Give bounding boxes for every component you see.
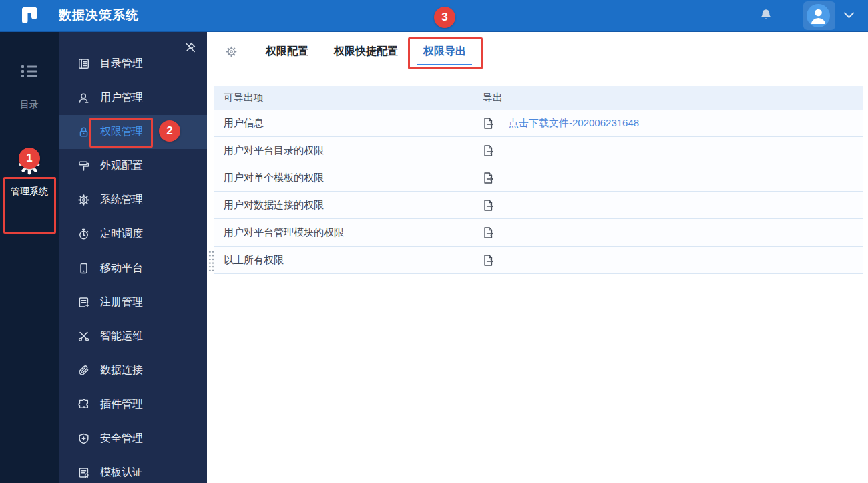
sidebar-item-mobile-platform[interactable]: 移动平台 <box>59 251 207 285</box>
table-row: 用户对数据连接的权限 <box>214 192 863 219</box>
directory-list-icon <box>20 64 39 79</box>
ops-network-icon <box>77 330 90 343</box>
column-header-export: 导出 <box>477 92 503 104</box>
table-row: 用户对平台目录的权限 <box>214 137 863 164</box>
table-row: 以上所有权限 <box>214 247 863 274</box>
tab-label: 权限配置 <box>266 45 308 59</box>
tab-settings-gear-icon[interactable] <box>225 45 238 58</box>
mobile-icon <box>77 262 90 275</box>
tab-permission-export[interactable]: 权限导出 3 <box>415 32 474 71</box>
row-item-label: 用户对数据连接的权限 <box>214 199 477 212</box>
paperclip-icon <box>77 364 90 377</box>
tab-label: 权限导出 <box>423 45 466 59</box>
column-header-exportable-item: 可导出项 <box>214 92 477 104</box>
sidebar-item-label: 目录 <box>20 99 39 111</box>
sidebar-item-data-connection[interactable]: 数据连接 <box>59 353 207 387</box>
sidebar-item-system-management[interactable]: 系统管理 <box>59 183 207 217</box>
notification-bell-icon[interactable] <box>759 8 773 23</box>
sidebar-item-label: 定时调度 <box>100 227 143 241</box>
primary-sidebar: 目录 管理系统 1 <box>0 32 59 483</box>
export-table: 可导出项 导出 用户信息 点击下载文件-202006231648 用户对平台目录… <box>214 86 863 274</box>
row-item-label: 用户对平台管理模块的权限 <box>214 226 477 239</box>
sidebar-item-security-management[interactable]: 安全管理 <box>59 422 207 456</box>
gear-icon <box>19 154 40 175</box>
topbar: 数据决策系统 <box>0 0 868 32</box>
main-content: 权限配置 权限快捷配置 权限导出 3 可导出项 导出 用户信息 <box>207 32 868 483</box>
sidebar-item-label: 用户管理 <box>100 91 143 105</box>
tab-permission-config[interactable]: 权限配置 <box>258 32 316 71</box>
active-tab-underline <box>417 64 472 65</box>
sidebar-item-admin-system[interactable]: 管理系统 <box>0 154 59 198</box>
sidebar-item-user-management[interactable]: 用户管理 <box>59 81 207 115</box>
sidebar-item-plugin-management[interactable]: 插件管理 <box>59 387 207 422</box>
sidebar-item-label: 管理系统 <box>11 186 48 198</box>
sidebar-item-label: 权限管理 <box>100 125 143 139</box>
sidebar-item-label: 模板认证 <box>100 466 143 480</box>
tab-permission-quick-config[interactable]: 权限快捷配置 <box>326 32 406 71</box>
sidebar-item-intelligent-ops[interactable]: 智能运维 <box>59 319 207 353</box>
sidebar-item-template-certification[interactable]: 模板认证 <box>59 456 207 483</box>
app-logo-icon <box>21 7 39 24</box>
tab-bar: 权限配置 权限快捷配置 权限导出 3 <box>207 32 868 71</box>
sidebar-item-label: 数据连接 <box>100 363 143 377</box>
puzzle-icon <box>77 398 90 412</box>
download-file-link[interactable]: 点击下载文件-202006231648 <box>509 117 639 130</box>
sidebar-item-label: 系统管理 <box>100 193 143 207</box>
sidebar-item-label: 安全管理 <box>100 432 143 446</box>
sidebar-item-catalog-management[interactable]: 目录管理 <box>59 47 207 81</box>
template-seal-icon <box>77 466 90 480</box>
chevron-down-icon[interactable] <box>843 12 855 19</box>
export-icon[interactable] <box>483 226 494 239</box>
annotation-badge-step2: 2 <box>159 120 180 142</box>
paint-roller-icon <box>77 160 90 173</box>
sidebar-item-label: 外观配置 <box>100 159 143 173</box>
secondary-sidebar: 目录管理 用户管理 权限管理 2 <box>59 32 207 483</box>
catalog-icon <box>77 57 90 71</box>
shield-plus-icon <box>77 432 90 446</box>
register-doc-icon <box>77 296 90 309</box>
export-icon[interactable] <box>483 172 494 184</box>
export-icon[interactable] <box>483 117 494 130</box>
row-item-label: 用户对平台目录的权限 <box>214 144 477 157</box>
table-header-row: 可导出项 导出 <box>214 86 863 110</box>
sidebar-item-scheduled-tasks[interactable]: 定时调度 <box>59 217 207 251</box>
sidebar-item-label: 插件管理 <box>100 397 143 412</box>
table-row: 用户信息 点击下载文件-202006231648 <box>214 110 863 137</box>
export-icon[interactable] <box>483 254 494 267</box>
row-item-label: 以上所有权限 <box>214 254 477 267</box>
user-menu[interactable] <box>803 1 835 30</box>
app-title: 数据决策系统 <box>59 7 139 24</box>
sidebar-item-label: 目录管理 <box>100 57 143 71</box>
sidebar-item-appearance-config[interactable]: 外观配置 <box>59 149 207 183</box>
export-icon[interactable] <box>483 199 494 212</box>
sidebar-item-directory[interactable]: 目录 <box>0 64 59 111</box>
sidebar-item-label: 移动平台 <box>100 261 143 275</box>
sidebar-item-label: 注册管理 <box>100 295 143 309</box>
row-item-label: 用户对单个模板的权限 <box>214 172 477 184</box>
gear-outline-icon <box>77 194 90 207</box>
sidebar-item-permission-management[interactable]: 权限管理 2 <box>59 115 207 149</box>
lock-icon <box>77 126 90 139</box>
user-icon <box>77 92 90 105</box>
table-row: 用户对单个模板的权限 <box>214 164 863 192</box>
avatar <box>807 4 830 27</box>
tab-label: 权限快捷配置 <box>334 45 398 59</box>
sidebar-item-registration-management[interactable]: 注册管理 <box>59 285 207 319</box>
sidebar-item-label: 智能运维 <box>100 329 143 343</box>
timer-icon <box>77 228 90 241</box>
row-item-label: 用户信息 <box>214 117 477 130</box>
table-row: 用户对平台管理模块的权限 <box>214 219 863 247</box>
admin-menu: 目录管理 用户管理 权限管理 2 <box>59 47 207 483</box>
export-icon[interactable] <box>483 144 494 157</box>
